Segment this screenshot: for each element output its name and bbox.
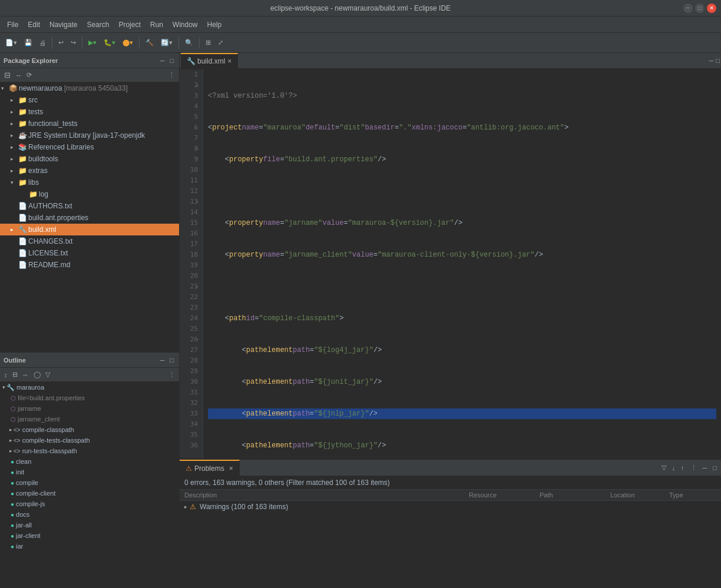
search-toolbar-button[interactable]: 🔍 — [182, 37, 196, 48]
menu-file[interactable]: File — [2, 19, 23, 31]
label-readme: README.md — [28, 261, 70, 269]
main-area: Package Explorer ─ □ ⊟ ↔ ⟳ ⋮ ▾ 📦 newmara… — [0, 53, 721, 588]
tab-problems[interactable]: ⚠ Problems × — [180, 460, 240, 476]
outline-label-run-tests-classpath: run-tests-classpath — [22, 447, 77, 454]
tree-item-tests[interactable]: ▸ 📁 tests — [0, 106, 179, 118]
arrow-libs: ▾ — [11, 180, 18, 185]
outline-collapse[interactable]: ⊟ — [11, 370, 19, 379]
tree-item-build-xml[interactable]: ▸ 🔧 build.xml — [0, 224, 179, 235]
tree-item-extras[interactable]: ▸ 📁 extras — [0, 165, 179, 177]
maximize-button[interactable]: □ — [695, 4, 705, 13]
run-button[interactable]: ▶▾ — [85, 37, 100, 48]
close-button[interactable]: ✕ — [707, 4, 716, 13]
tree-item-authors[interactable]: ▸ 📄 AUTHORS.txt — [0, 200, 179, 212]
ln-19: 19 — [184, 260, 198, 271]
outline-link[interactable]: ↔ — [21, 371, 31, 379]
code-content[interactable]: <?xml version='1.0'?> <project name="mar… — [203, 69, 721, 459]
menu-search[interactable]: Search — [82, 19, 114, 31]
tree-item-referenced-libraries[interactable]: ▸ 📚 Referenced Libraries — [0, 141, 179, 153]
tree-item-license[interactable]: ▸ 📄 LICENSE.txt — [0, 247, 179, 259]
menu-window[interactable]: Window — [168, 19, 203, 31]
outline-iar[interactable]: ● iar — [0, 541, 179, 552]
menu-run[interactable]: Run — [145, 19, 168, 31]
tree-item-libs[interactable]: ▾ 📁 libs — [0, 177, 179, 188]
menu-help[interactable]: Help — [203, 19, 227, 31]
tree-item-src[interactable]: ▸ 📁 src — [0, 94, 179, 106]
package-explorer-maximize[interactable]: □ — [168, 57, 176, 65]
problems-minimize[interactable]: ─ — [701, 464, 709, 472]
problems-menu[interactable]: ⋮ — [689, 463, 699, 472]
outline-hide[interactable]: ◯ — [32, 370, 42, 379]
save-button[interactable]: 💾 — [21, 37, 35, 48]
outline-compile-tests-classpath[interactable]: ▸ <> compile-tests-classpath — [0, 435, 179, 446]
outline-marauroa[interactable]: ▾ 🔧 marauroa — [0, 382, 179, 393]
tree-item-buildtools[interactable]: ▸ 📁 buildtools — [0, 153, 179, 165]
refresh-button[interactable]: 🔄▾ — [158, 37, 176, 48]
outline-label-jar-all: jar-all — [16, 521, 32, 529]
outline-filter[interactable]: ▽ — [44, 370, 52, 379]
collapse-all-button[interactable]: ⊟ — [2, 70, 12, 80]
tab-build-xml-close[interactable]: × — [227, 57, 231, 65]
outline-menu[interactable]: ⋮ — [167, 370, 177, 379]
link-editor-button[interactable]: ↔ — [14, 71, 24, 79]
outline-sort[interactable]: ↕ — [2, 371, 9, 379]
line-numbers: 1 2▸ 3 4 5 6 7 8▸ 9 10 11 12 13▸ 14 15 1… — [180, 69, 203, 459]
problems-warnings-row[interactable]: ▸ ⚠ Warnings (100 of 163 items) — [180, 501, 721, 513]
label-reflibs: Referenced Libraries — [28, 143, 94, 151]
menu-navigate[interactable]: Navigate — [45, 19, 82, 31]
outline-compile[interactable]: ● compile — [0, 477, 179, 488]
sync-button[interactable]: ⟳ — [25, 71, 34, 79]
tree-item-log[interactable]: ▸ 📁 log — [0, 188, 179, 200]
tree-item-functional-tests[interactable]: ▸ 📁 functional_tests — [0, 118, 179, 129]
left-panel: Package Explorer ─ □ ⊟ ↔ ⟳ ⋮ ▾ 📦 newmara… — [0, 53, 180, 588]
perspective-button[interactable]: ⊞ — [203, 37, 214, 48]
outline-jar-client[interactable]: ● jar-client — [0, 530, 179, 541]
outline-jarname[interactable]: ⬡ jarname — [0, 403, 179, 414]
arrow-buildtools: ▸ — [11, 156, 18, 162]
new-button[interactable]: 📄▾ — [2, 37, 20, 48]
outline-compile-classpath[interactable]: ▸ <> compile-classpath — [0, 424, 179, 435]
tab-build-xml[interactable]: 🔧 build.xml × — [181, 53, 238, 68]
outline-docs[interactable]: ● docs — [0, 509, 179, 520]
problems-icon: ⚠ — [186, 464, 192, 473]
fullscreen-button[interactable]: ⤢ — [215, 37, 226, 48]
ln-10: 10 — [184, 165, 198, 175]
outline-compile-js[interactable]: ● compile-js — [0, 499, 179, 509]
outline-jarname-client[interactable]: ⬡ jarname_client — [0, 414, 179, 424]
package-explorer-minimize[interactable]: ─ — [158, 57, 167, 65]
menu-project[interactable]: Project — [114, 19, 145, 31]
problems-prev[interactable]: ↑ — [679, 464, 686, 472]
menu-edit[interactable]: Edit — [23, 19, 45, 31]
col-resource: Resource — [469, 491, 540, 499]
minimize-button[interactable]: − — [683, 4, 693, 13]
tree-item-build-ant[interactable]: ▸ 📄 build.ant.properties — [0, 212, 179, 224]
problems-maximize[interactable]: □ — [711, 464, 719, 472]
code-line-2: <project name="marauroa" default="dist" … — [208, 122, 716, 133]
ln-27: 27 — [184, 345, 198, 356]
coverage-button[interactable]: ⬤▾ — [120, 37, 136, 48]
outline-minimize[interactable]: ─ — [158, 356, 167, 364]
build-button[interactable]: 🔨 — [143, 37, 157, 48]
outline-filebuild[interactable]: ⬡ file=build.ant.properties — [0, 393, 179, 403]
problems-filter[interactable]: ▽ — [660, 463, 668, 472]
debug-button[interactable]: 🐛▾ — [101, 37, 118, 48]
code-editor[interactable]: 1 2▸ 3 4 5 6 7 8▸ 9 10 11 12 13▸ 14 15 1… — [180, 69, 721, 459]
outline-clean[interactable]: ● clean — [0, 456, 179, 467]
editor-minimize[interactable]: ─ — [709, 57, 714, 64]
redo-button[interactable]: ↪ — [68, 37, 79, 48]
outline-init[interactable]: ● init — [0, 467, 179, 477]
pkg-explorer-menu[interactable]: ⋮ — [167, 71, 177, 79]
outline-compile-client[interactable]: ● compile-client — [0, 488, 179, 499]
undo-button[interactable]: ↩ — [55, 37, 67, 48]
outline-maximize[interactable]: □ — [168, 356, 176, 364]
print-button[interactable]: 🖨 — [37, 38, 49, 48]
tree-item-jre[interactable]: ▸ ☕ JRE System Library [java-17-openjdk — [0, 129, 179, 141]
outline-run-tests-classpath[interactable]: ▸ <> run-tests-classpath — [0, 446, 179, 456]
tree-item-newmarauroa[interactable]: ▾ 📦 newmarauroa [marauroa 5450a33] — [0, 82, 179, 94]
editor-maximize[interactable]: □ — [716, 57, 720, 64]
tree-item-changes[interactable]: ▸ 📄 CHANGES.txt — [0, 235, 179, 247]
tab-problems-close[interactable]: × — [229, 464, 233, 473]
tree-item-readme[interactable]: ▸ 📄 README.md — [0, 259, 179, 271]
outline-jar-all[interactable]: ● jar-all — [0, 520, 179, 530]
problems-next[interactable]: ↓ — [670, 464, 677, 472]
